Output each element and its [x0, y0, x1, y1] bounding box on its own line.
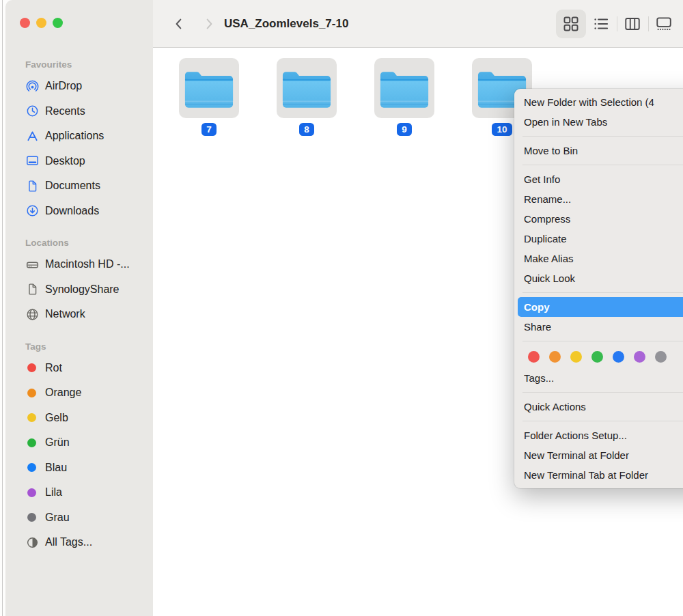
sidebar-sections: Favourites AirDrop Recents	[5, 45, 153, 555]
menu-separator	[522, 421, 683, 421]
sidebar-item-airdrop[interactable]: AirDrop	[5, 74, 153, 99]
menu-item-make-alias[interactable]: Make Alias	[514, 249, 683, 268]
sidebar-item-downloads[interactable]: Downloads	[5, 199, 153, 224]
menu-item-new-terminal-at-folder[interactable]: New Terminal at Folder	[514, 445, 683, 465]
file-browser-area[interactable]: 7 8 9 10	[153, 48, 683, 616]
sidebar-item-label: AirDrop	[45, 80, 82, 92]
document-icon	[25, 282, 40, 296]
menu-item-label: Copy	[524, 301, 550, 313]
folder-item-7[interactable]: 7	[179, 58, 239, 136]
tag-color-yellow[interactable]	[570, 351, 582, 363]
menu-item-get-info[interactable]: Get Info	[514, 169, 683, 189]
menu-item-compress[interactable]: Compress	[514, 209, 683, 229]
menu-item-quick-look[interactable]: Quick Look	[514, 268, 683, 288]
tag-color-dot	[27, 389, 36, 397]
tag-color-dot	[27, 413, 36, 422]
sidebar-item-synologyshare[interactable]: SynologyShare	[5, 277, 153, 303]
menu-item-copy[interactable]: Copy	[518, 297, 683, 317]
folder-item-8[interactable]: 8	[277, 58, 337, 136]
sidebar-section-title: Locations	[25, 234, 153, 252]
sidebar-section: Favourites AirDrop Recents	[5, 56, 153, 223]
chevron-left-icon	[171, 16, 186, 31]
sidebar-item-lila[interactable]: Lila	[5, 480, 153, 505]
menu-item-label: Quick Actions	[524, 401, 586, 412]
back-button[interactable]	[171, 14, 187, 34]
toolbar: USA_Zoomlevels_7-10	[153, 0, 683, 48]
view-switcher	[556, 0, 679, 48]
icon-view-button[interactable]	[556, 10, 586, 38]
window-title: USA_Zoomlevels_7-10	[224, 0, 348, 48]
menu-separator	[522, 165, 683, 165]
folder-icon	[281, 69, 332, 108]
tag-color-green[interactable]	[591, 351, 603, 363]
sidebar-item-label: Applications	[45, 130, 104, 142]
airdrop-icon	[25, 79, 40, 94]
sidebar-item-label: Lila	[45, 486, 62, 499]
menu-item-tags[interactable]: Tags...	[514, 368, 683, 388]
sidebar-item-gr-n[interactable]: Grün	[5, 430, 153, 456]
sidebar-item-orange[interactable]: Orange	[5, 380, 153, 406]
document-icon	[25, 179, 40, 193]
tag-color-gray[interactable]	[655, 351, 667, 363]
menu-item-new-folder-with-selection-4[interactable]: New Folder with Selection (4	[514, 92, 683, 112]
sidebar-item-applications[interactable]: Applications	[5, 124, 153, 149]
menu-item-label: Get Info	[524, 173, 560, 185]
column-view-button[interactable]	[617, 10, 647, 38]
menu-item-duplicate[interactable]: Duplicate	[514, 229, 683, 249]
folder-name-badge: 8	[299, 123, 314, 136]
grid-view-icon	[562, 15, 580, 33]
menu-item-label: Move to Bin	[524, 145, 578, 156]
folder-selection-highlight	[179, 58, 239, 118]
gallery-view-icon	[655, 15, 673, 33]
tag-color-red[interactable]	[528, 351, 540, 363]
tag-color-dot	[27, 513, 36, 522]
sidebar-item-label: All Tags...	[45, 536, 92, 548]
menu-item-move-to-bin[interactable]: Move to Bin	[514, 141, 683, 160]
forward-button[interactable]	[201, 14, 217, 34]
folder-name-badge: 10	[492, 123, 512, 136]
sidebar-item-all-tags[interactable]: All Tags...	[5, 530, 153, 555]
folder-item-9[interactable]: 9	[374, 58, 434, 136]
sidebar-item-label: Documents	[45, 180, 100, 192]
sidebar-item-label: Gelb	[45, 412, 68, 424]
close-button[interactable]	[20, 18, 30, 28]
background-window-edge	[2, 0, 3, 616]
sidebar-item-documents[interactable]: Documents	[5, 173, 153, 199]
gallery-view-button[interactable]	[649, 10, 679, 38]
minimize-button[interactable]	[36, 18, 46, 28]
sidebar-item-rot[interactable]: Rot	[5, 356, 153, 381]
zoom-button[interactable]	[53, 18, 63, 28]
menu-item-label: Quick Look	[524, 272, 575, 284]
menu-item-open-in-new-tabs[interactable]: Open in New Tabs	[514, 112, 683, 132]
sidebar-section: Tags Rot Orange	[5, 338, 153, 555]
tag-color-dot	[27, 463, 36, 472]
sidebar-item-gelb[interactable]: Gelb	[5, 406, 153, 431]
menu-item-quick-actions[interactable]: Quick Actions	[514, 397, 683, 417]
all-tags-icon	[25, 535, 40, 550]
tag-color-orange[interactable]	[549, 351, 561, 363]
list-view-button[interactable]	[586, 10, 616, 38]
folder-icon	[184, 69, 234, 108]
sidebar-item-grau[interactable]: Grau	[5, 505, 153, 531]
sidebar-item-network[interactable]: Network	[5, 302, 153, 327]
menu-item-share[interactable]: Share	[514, 317, 683, 337]
menu-item-label: Make Alias	[524, 253, 574, 264]
sidebar-item-macintosh-hd[interactable]: Macintosh HD -...	[5, 252, 153, 277]
sidebar-section-title: Tags	[25, 338, 153, 356]
sidebar-item-recents[interactable]: Recents	[5, 99, 153, 124]
folder-name-badge: 9	[397, 123, 412, 136]
sidebar-item-desktop[interactable]: Desktop	[5, 149, 153, 174]
tag-color-purple[interactable]	[634, 351, 645, 363]
menu-item-label: Folder Actions Setup...	[524, 430, 627, 441]
menu-tag-colors-row	[514, 346, 683, 368]
menu-item-label: New Terminal at Folder	[524, 449, 629, 461]
tag-color-blue[interactable]	[613, 351, 624, 363]
sidebar-item-blau[interactable]: Blau	[5, 456, 153, 481]
applications-icon	[25, 129, 40, 143]
menu-item-label: Compress	[524, 213, 570, 225]
sidebar-item-label: Macintosh HD -...	[45, 258, 130, 270]
menu-item-folder-actions-setup[interactable]: Folder Actions Setup...	[514, 425, 683, 445]
menu-item-label: Duplicate	[524, 233, 567, 244]
menu-item-new-terminal-tab-at-folder[interactable]: New Terminal Tab at Folder	[514, 465, 683, 485]
menu-item-rename[interactable]: Rename...	[514, 189, 683, 209]
